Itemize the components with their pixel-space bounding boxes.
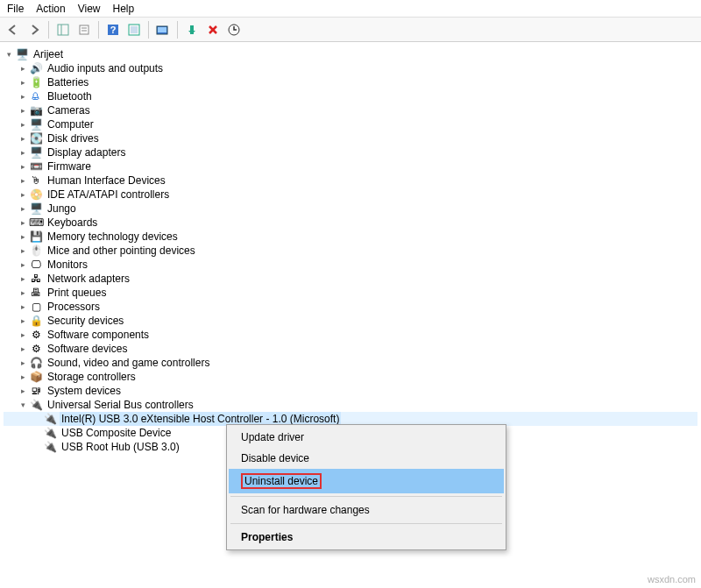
expander-icon[interactable]: ▸ [18,133,28,144]
expander-icon[interactable]: ▸ [18,386,28,396]
category-keyboards[interactable]: ▸⌨Keyboards [4,216,697,230]
category-storage[interactable]: ▸📦Storage controllers [4,370,697,384]
cm-scan-hardware[interactable]: Scan for hardware changes [229,499,504,521]
category-label: Security devices [46,314,125,328]
category-cameras[interactable]: ▸📷Cameras [4,103,697,117]
expander-icon[interactable]: ▸ [18,175,28,186]
category-ide[interactable]: ▸📀IDE ATA/ATAPI controllers [4,188,697,202]
expander-icon[interactable]: ▸ [18,161,28,172]
category-audio[interactable]: ▸🔊Audio inputs and outputs [4,61,697,75]
category-batteries[interactable]: ▸🔋Batteries [4,75,697,89]
ide-icon: 📀 [29,188,43,202]
category-print[interactable]: ▸🖶Print queues [4,286,697,300]
tree-root[interactable]: ▾ 🖥️ Arijeet [4,47,697,61]
expander-icon[interactable]: ▸ [18,245,28,256]
watermark: wsxdn.com [648,574,696,584]
svg-text:?: ? [110,25,117,35]
expander-icon[interactable]: ▸ [18,63,28,74]
category-label: Display adapters [46,145,127,159]
expander-icon[interactable]: ▾ [18,400,28,410]
category-sound[interactable]: ▸🎧Sound, video and game controllers [4,356,697,370]
back-button[interactable] [4,20,23,39]
battery-icon: 🔋 [29,75,43,89]
expander-icon[interactable]: ▸ [18,358,28,368]
svg-rect-10 [158,27,166,32]
expander-icon[interactable]: ▸ [18,231,28,242]
expander-icon[interactable]: ▸ [18,203,28,214]
category-network[interactable]: ▸🖧Network adapters [4,272,697,286]
category-label: Cameras [46,103,92,117]
device-tree[interactable]: ▾ 🖥️ Arijeet ▸🔊Audio inputs and outputs … [0,42,701,459]
category-label: Software devices [46,342,129,356]
category-jungo[interactable]: ▸🖥️Jungo [4,202,697,216]
enable-button[interactable] [182,20,202,39]
menu-help[interactable]: Help [113,3,135,15]
expander-icon[interactable]: ▸ [18,344,28,354]
category-display[interactable]: ▸🖥️Display adapters [4,145,697,159]
expander-icon[interactable]: ▾ [4,49,14,60]
display-icon: 🖥️ [29,145,43,159]
category-label: Jungo [46,202,78,216]
svg-rect-2 [80,25,89,34]
category-memory[interactable]: ▸💾Memory technology devices [4,230,697,244]
expander-icon[interactable]: ▸ [18,189,28,200]
device-label: USB Composite Device [60,426,173,440]
expander-icon[interactable]: ▸ [18,301,28,312]
sound-icon: 🎧 [29,356,43,370]
category-bluetooth[interactable]: ▸🕭Bluetooth [4,89,697,103]
expander-icon[interactable]: ▸ [18,119,28,130]
expander-icon[interactable]: ▸ [18,147,28,158]
scan-button[interactable] [153,20,173,39]
category-label: Firmware [46,159,93,174]
category-swdev[interactable]: ▸⚙Software devices [4,342,697,356]
category-monitors[interactable]: ▸🖵Monitors [4,258,697,272]
uninstall-button[interactable] [203,20,223,39]
category-security[interactable]: ▸🔒Security devices [4,314,697,328]
category-firmware[interactable]: ▸📼Firmware [4,159,697,174]
cm-uninstall-device[interactable]: Uninstall device [229,469,504,493]
expander-icon[interactable]: ▸ [18,105,28,116]
forward-button[interactable] [25,20,44,39]
category-processors[interactable]: ▸▢Processors [4,300,697,314]
category-label: Monitors [46,258,89,272]
category-label: System devices [46,384,123,398]
expander-icon[interactable]: ▸ [18,287,28,298]
help-button[interactable]: ? [103,20,123,39]
category-hid[interactable]: ▸🖰Human Interface Devices [4,174,697,188]
category-system[interactable]: ▸🖳System devices [4,384,697,398]
menu-file[interactable]: File [7,3,24,15]
menu-action[interactable]: Action [36,3,65,15]
category-label: Print queues [46,286,108,300]
cm-properties[interactable]: Properties [229,527,504,548]
category-mice[interactable]: ▸🖱️Mice and other pointing devices [4,244,697,258]
category-label: Memory technology devices [46,230,180,244]
category-label: Network adapters [46,272,131,286]
expander-icon[interactable]: ▸ [18,315,28,326]
expander-icon[interactable]: ▸ [18,77,28,88]
expander-icon[interactable]: ▸ [18,217,28,228]
mouse-icon: 🖱️ [29,244,43,258]
expander-icon[interactable]: ▸ [18,329,28,340]
category-usb[interactable]: ▾🔌Universal Serial Bus controllers [4,398,697,412]
update-button[interactable] [224,20,244,39]
expander-icon[interactable]: ▸ [18,91,28,102]
expander-icon[interactable]: ▸ [18,372,28,382]
software-icon: ⚙ [29,328,43,342]
software-icon: ⚙ [29,342,43,356]
cm-update-driver[interactable]: Update driver [229,427,504,448]
menu-view[interactable]: View [78,3,101,15]
expander-icon[interactable]: ▸ [18,273,28,284]
expander-icon[interactable]: ▸ [18,259,28,270]
category-computer[interactable]: ▸🖥️Computer [4,117,697,131]
cm-disable-device[interactable]: Disable device [229,448,504,469]
show-hide-tree-button[interactable] [53,20,73,39]
category-disk[interactable]: ▸💽Disk drives [4,131,697,145]
jungo-icon: 🖥️ [29,202,43,216]
properties-button[interactable] [74,20,94,39]
expander-spacer [32,428,42,438]
category-label: Computer [46,117,96,131]
refresh-button[interactable] [124,20,144,39]
expander-spacer [32,414,42,424]
category-swcomp[interactable]: ▸⚙Software components [4,328,697,342]
system-icon: 🖳 [29,384,43,398]
